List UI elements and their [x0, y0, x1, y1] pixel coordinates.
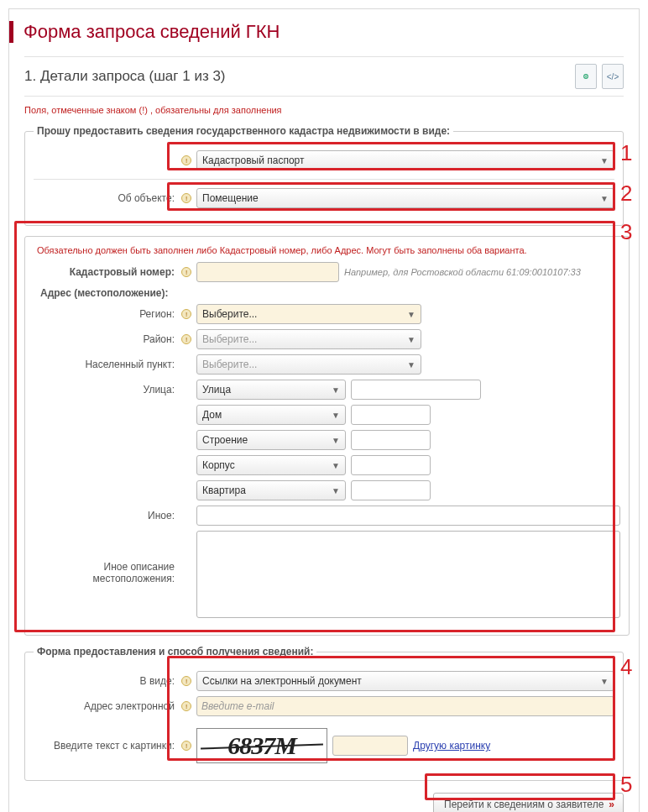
- object-warning: Обязательно должен быть заполнен либо Ка…: [37, 245, 620, 255]
- build-input[interactable]: [351, 430, 431, 450]
- object-details-group: Обязательно должен быть заполнен либо Ка…: [24, 236, 630, 636]
- house-type-select[interactable]: Дом ▼: [196, 405, 346, 425]
- chevron-down-icon: ▼: [407, 360, 415, 369]
- request-type-legend: Прошу предоставить сведения государствен…: [34, 125, 453, 137]
- delivery-group: Форма предоставления и способ получения …: [24, 646, 624, 781]
- region-value: Выберите...: [202, 308, 257, 320]
- kad-label: Кадастровый номер:: [34, 266, 175, 278]
- arrow-right-icon: »: [609, 799, 613, 810]
- rayon-value: Выберите...: [202, 333, 257, 345]
- np-select[interactable]: Выберите... ▼: [196, 354, 421, 375]
- view-icon[interactable]: [575, 64, 597, 89]
- flat-type-select[interactable]: Квартира ▼: [196, 480, 346, 500]
- chevron-down-icon: ▼: [600, 677, 609, 686]
- step-title: 1. Детали запроса (шаг 1 из 3): [24, 68, 226, 85]
- region-label: Регион:: [34, 308, 175, 320]
- object-value: Помещение: [202, 192, 259, 204]
- annotation-3: 3: [620, 219, 632, 245]
- address-title: Адрес (местоположение):: [40, 287, 620, 299]
- submit-button[interactable]: Перейти к сведениям о заявителе »: [433, 793, 624, 812]
- required-icon: [181, 676, 191, 686]
- build-type-value: Строение: [202, 434, 248, 446]
- annotation-1: 1: [620, 140, 632, 166]
- other-desc-textarea[interactable]: [196, 531, 620, 618]
- format-value: Ссылки на электронный документ: [202, 675, 362, 687]
- object-select[interactable]: Помещение ▼: [196, 188, 614, 208]
- chevron-down-icon: ▼: [332, 411, 340, 420]
- korpus-type-select[interactable]: Корпус ▼: [196, 455, 346, 475]
- required-icon: [181, 193, 191, 203]
- xml-icon[interactable]: </>: [602, 64, 624, 89]
- korpus-input[interactable]: [351, 455, 431, 475]
- annotation-4: 4: [620, 654, 632, 680]
- captcha-label: Введите текст с картинки:: [34, 740, 175, 752]
- required-icon: [181, 267, 191, 277]
- doc-type-value: Кадастровый паспорт: [202, 155, 304, 166]
- street-type-value: Улица: [202, 384, 231, 396]
- doc-type-label: [34, 155, 175, 166]
- rayon-label: Район:: [34, 333, 175, 345]
- build-type-select[interactable]: Строение ▼: [196, 430, 346, 450]
- format-select[interactable]: Ссылки на электронный документ ▼: [196, 671, 614, 691]
- object-label: Об объекте:: [34, 192, 175, 204]
- doc-type-select[interactable]: Кадастровый паспорт ▼: [196, 150, 614, 170]
- step-header: 1. Детали запроса (шаг 1 из 3) </>: [24, 56, 624, 97]
- chevron-down-icon: ▼: [600, 156, 609, 165]
- required-icon: [181, 701, 191, 711]
- request-type-group: Прошу предоставить сведения государствен…: [24, 125, 624, 226]
- format-label: В виде:: [34, 675, 175, 687]
- chevron-down-icon: ▼: [332, 385, 340, 395]
- captcha-input[interactable]: [332, 736, 408, 756]
- email-label: Адрес электронной: [34, 700, 175, 712]
- house-type-value: Дом: [202, 409, 222, 421]
- email-input[interactable]: [196, 696, 614, 716]
- np-label: Населенный пункт:: [34, 359, 175, 370]
- rayon-select[interactable]: Выберите... ▼: [196, 329, 421, 349]
- flat-input[interactable]: [351, 480, 431, 500]
- page-title: Форма запроса сведений ГКН: [9, 21, 624, 43]
- street-type-select[interactable]: Улица ▼: [196, 380, 346, 400]
- kad-input[interactable]: [196, 262, 339, 282]
- captcha-reload-link[interactable]: Другую картинку: [413, 740, 490, 752]
- required-icon: [181, 309, 191, 319]
- annotation-5: 5: [620, 772, 632, 798]
- annotation-2: 2: [620, 181, 632, 207]
- korpus-type-value: Корпус: [202, 459, 235, 471]
- required-icon: [181, 741, 191, 751]
- required-icon: [181, 334, 191, 344]
- required-icon: [181, 155, 191, 165]
- chevron-down-icon: ▼: [407, 310, 415, 319]
- svg-point-1: [585, 76, 587, 77]
- submit-label: Перейти к сведениям о заявителе: [444, 799, 604, 810]
- chevron-down-icon: ▼: [332, 461, 340, 470]
- required-note: Поля, отмеченные знаком (!) , обязательн…: [24, 105, 624, 115]
- other-desc-label: Иное описание местоположения:: [34, 531, 175, 584]
- other-input[interactable]: [196, 506, 620, 526]
- chevron-down-icon: ▼: [332, 486, 340, 495]
- kad-hint: Например, для Ростовской области 61:09:0…: [344, 267, 620, 277]
- delivery-legend: Форма предоставления и способ получения …: [34, 646, 316, 657]
- captcha-image: 6837M: [196, 728, 327, 763]
- page: Форма запроса сведений ГКН 1. Детали зап…: [8, 8, 640, 812]
- chevron-down-icon: ▼: [407, 335, 415, 344]
- np-value: Выберите...: [202, 359, 257, 370]
- street-input[interactable]: [351, 380, 481, 400]
- flat-type-value: Квартира: [202, 485, 246, 496]
- street-label: Улица:: [34, 384, 175, 396]
- house-input[interactable]: [351, 405, 431, 425]
- chevron-down-icon: ▼: [600, 194, 609, 203]
- chevron-down-icon: ▼: [332, 436, 340, 445]
- other-label: Иное:: [34, 510, 175, 521]
- region-select[interactable]: Выберите... ▼: [196, 304, 421, 324]
